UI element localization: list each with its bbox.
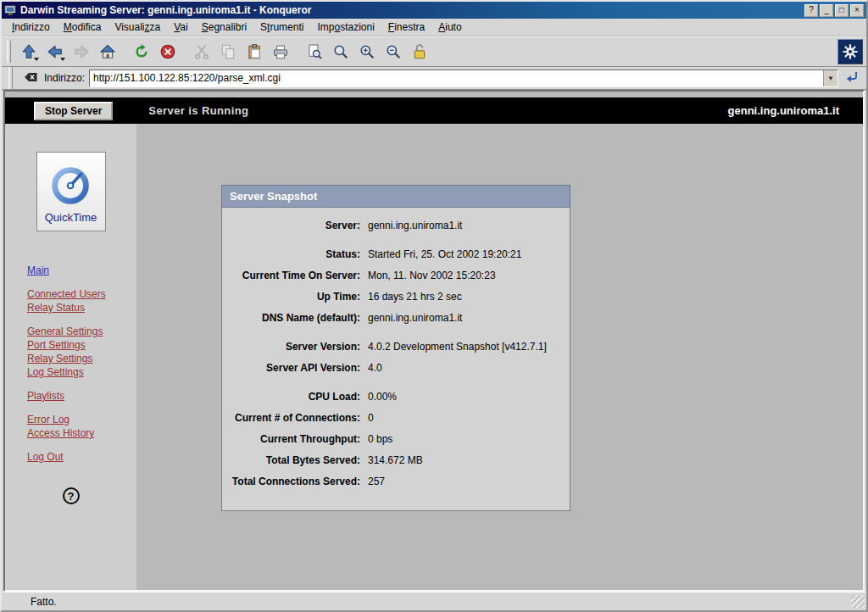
location-toolbar: Indirizzo: ▼ [2,67,866,90]
snapshot-row-cpu-load: CPU Load:0.00% [222,391,561,412]
zoom-out-button[interactable] [380,39,406,64]
lock-open-button[interactable] [406,39,432,64]
sidebar-link-playlists[interactable]: Playlists [27,389,64,403]
snapshot-value: 4.0 [368,362,382,374]
snapshot-row-server-api-version: Server API Version:4.0 [222,362,561,383]
dropdown-arrow-icon [34,58,39,61]
kde-gear-button[interactable] [837,39,863,64]
reload-button[interactable] [128,39,154,64]
sidebar-link-relay-status[interactable]: Relay Status [27,301,85,314]
stop-icon [159,43,176,60]
toolbar-separator [293,52,301,53]
chevron-down-icon: ▼ [827,75,834,82]
url-input[interactable] [90,70,823,86]
sidebar-link-log-settings[interactable]: Log Settings [27,365,84,379]
snapshot-value: genni.ing.uniroma1.it [368,220,462,231]
sidebar-link-access-history[interactable]: Access History [27,426,94,440]
snapshot-row-current-throughput: Current Throughput:0 bps [222,433,561,454]
snapshot-label: Server Version: [222,341,368,353]
menu-finestra[interactable]: Finestra [381,19,431,36]
url-dropdown-button[interactable]: ▼ [823,70,837,86]
app-icon[interactable] [4,4,16,16]
sidebar-link-relay-settings[interactable]: Relay Settings [27,352,92,365]
sidebar-link-port-settings[interactable]: Port Settings [27,338,86,352]
minimize-button[interactable]: _ [820,4,833,17]
statusbar: Fatto. [2,592,866,610]
maximize-button[interactable]: □ [835,4,849,17]
resize-grip[interactable] [851,595,865,609]
menu-impostazioni[interactable]: Impostazioni [310,19,381,36]
snapshot-label: Server API Version: [222,362,368,374]
sidebar-link-connected-users[interactable]: Connected Users [27,287,106,301]
menu-visualizza[interactable]: Visualizza [108,19,167,36]
reload-icon [133,43,150,60]
url-combobox[interactable]: ▼ [89,70,838,87]
copy-button[interactable] [214,39,241,64]
up-button[interactable] [15,39,42,64]
zoom-in-button[interactable] [353,39,380,64]
snapshot-label: DNS Name (default): [222,312,368,324]
titlebar[interactable]: Darwin Streaming Server: genni.ing.uniro… [2,2,866,19]
zoom-out-icon [385,43,402,60]
snapshot-value: 257 [368,476,385,487]
menu-aiuto[interactable]: Aiuto [431,19,468,36]
snapshot-label: Current Throughput: [222,433,368,445]
menu-indirizzo[interactable]: Indirizzo [5,19,57,36]
snapshot-value: 314.672 MB [368,454,423,466]
konqueror-window: Darwin Streaming Server: genni.ing.uniro… [0,0,868,612]
quicktime-q-icon [47,161,96,210]
admin-page: Stop Server Server is Running genni.ing.… [5,92,863,590]
forward-icon [73,43,90,60]
quicktime-logo: QuickTime [36,152,106,231]
snapshot-row-dns-name-default: DNS Name (default):genni.ing.uniroma1.it [222,312,561,333]
snapshot-label: Server: [222,220,368,231]
zoom-in-icon [359,43,376,60]
main-area: Server Snapshot Server:genni.ing.uniroma… [136,124,863,590]
print-preview-icon [306,43,323,60]
print-button[interactable] [267,39,293,64]
back-button[interactable] [42,39,68,64]
snapshot-label: Current # of Connections: [222,412,368,424]
paste-button[interactable] [241,39,267,64]
clear-location-button[interactable] [21,69,40,87]
snapshot-row-current-time-on-server: Current Time On Server:Mon, 11. Nov 2002… [222,270,561,291]
snapshot-label: Total Bytes Served: [222,454,368,466]
menu-segnalibri[interactable]: Segnalibri [195,19,253,36]
sidebar-link-log-out[interactable]: Log Out [27,450,64,464]
window-title: Darwin Streaming Server: genni.ing.uniro… [20,4,800,16]
stop-server-button[interactable]: Stop Server [34,102,113,120]
server-snapshot-panel: Server Snapshot Server:genni.ing.uniroma… [221,185,570,511]
help-button[interactable]: ? [804,4,818,17]
snapshot-row-server: Server:genni.ing.uniroma1.it [222,220,561,241]
help-icon[interactable]: ? [63,487,80,504]
find-button[interactable] [327,39,353,64]
print-preview-button[interactable] [301,39,327,64]
menu-vai[interactable]: Vai [167,19,194,36]
print-icon [272,43,289,60]
server-status-text: Server is Running [148,104,248,117]
copy-icon [220,43,236,60]
find-icon [332,43,349,60]
menu-strumenti[interactable]: Strumenti [253,19,310,36]
toolbar-grip[interactable] [7,41,11,63]
menu-modifica[interactable]: Modifica [57,19,108,36]
cut-button[interactable] [188,39,214,64]
toolbar-separator [120,52,128,53]
close-button[interactable]: × [850,4,864,17]
sidebar-link-main[interactable]: Main [27,264,49,277]
stop-button[interactable] [154,39,181,64]
toolbar-separator [181,52,188,53]
snapshot-row-total-connections-served: Total Connections Served:257 [222,476,561,497]
snapshot-label: Status: [222,248,368,260]
snapshot-value: genni.ing.uniroma1.it [368,312,462,324]
home-button[interactable] [94,39,120,64]
snapshot-value: Mon, 11. Nov 2002 15:20:23 [368,270,496,281]
help-question-mark: ? [68,490,75,503]
forward-button[interactable] [68,39,94,64]
go-button[interactable] [843,69,861,87]
sidebar-link-general-settings[interactable]: General Settings [27,325,103,338]
home-icon [99,43,116,60]
location-label: Indirizzo: [44,72,85,84]
sidebar-link-error-log[interactable]: Error Log [27,413,70,426]
locationbar-grip[interactable] [8,67,13,89]
